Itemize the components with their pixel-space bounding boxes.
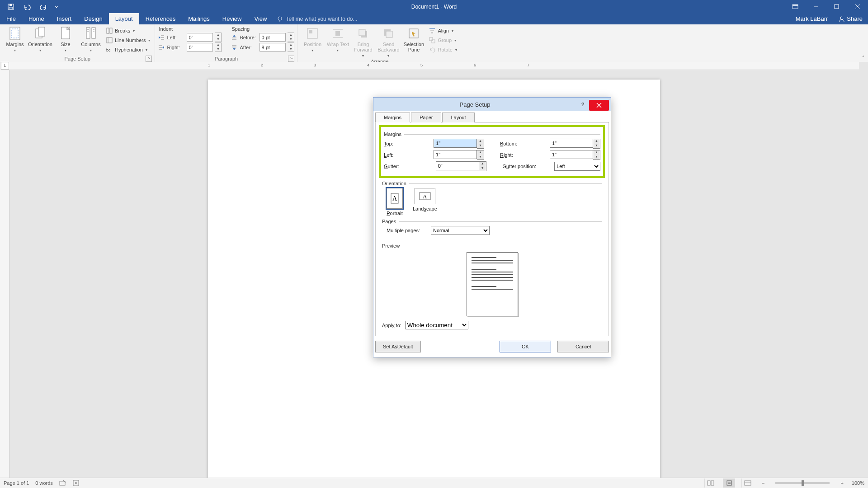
collapse-ribbon-icon[interactable]: ˄: [862, 55, 864, 60]
indent-right-label: Right:: [167, 45, 185, 50]
orientation-button[interactable]: Orientation▾: [28, 25, 52, 53]
zoom-slider[interactable]: [775, 482, 830, 484]
portrait-icon: A: [387, 188, 403, 209]
margins-highlight: Margins Top: ▲▼ Bottom: ▲▼ Left: ▲▼ Righ…: [379, 125, 605, 178]
account-user[interactable]: Mark LaBarr: [790, 13, 834, 24]
web-layout-icon[interactable]: [741, 479, 754, 488]
set-as-default-button[interactable]: Set As Default: [375, 341, 421, 352]
paragraph-launcher[interactable]: ↘: [288, 56, 294, 62]
share-button[interactable]: Share: [833, 13, 868, 24]
margin-bottom-input[interactable]: [550, 139, 593, 148]
tab-design[interactable]: Design: [78, 13, 108, 24]
minimize-icon[interactable]: [806, 0, 826, 13]
indent-right-input[interactable]: [187, 43, 213, 52]
margin-top-input[interactable]: [434, 139, 477, 148]
multiple-pages-label: Multiple pages:: [387, 228, 427, 233]
size-button[interactable]: Size▾: [53, 25, 78, 53]
redo-icon[interactable]: [37, 0, 50, 13]
tab-view[interactable]: View: [248, 13, 273, 24]
vertical-ruler[interactable]: [0, 70, 9, 478]
dialog-tab-paper[interactable]: Paper: [411, 113, 441, 122]
save-icon[interactable]: [5, 0, 17, 13]
maximize-icon[interactable]: [826, 0, 847, 13]
tell-me-search[interactable]: Tell me what you want to do...: [277, 13, 357, 24]
tab-review[interactable]: Review: [216, 13, 248, 24]
spacing-before-input[interactable]: [259, 33, 286, 42]
group-icon: [429, 37, 436, 44]
apply-to-select[interactable]: Whole document: [405, 321, 468, 329]
horizontal-ruler[interactable]: L 1 2 3 4 5 6 7: [9, 62, 859, 70]
tab-selector[interactable]: L: [1, 62, 9, 70]
gutter-position-select[interactable]: Left: [554, 162, 600, 171]
ok-button[interactable]: OK: [500, 341, 551, 352]
landscape-label: Landscape: [413, 206, 437, 211]
macro-icon[interactable]: [73, 480, 79, 486]
read-mode-icon[interactable]: [704, 479, 717, 488]
status-words[interactable]: 0 words: [35, 480, 53, 486]
zoom-level[interactable]: 100%: [852, 480, 864, 486]
cancel-button[interactable]: Cancel: [557, 341, 609, 352]
spacing-after-spinner[interactable]: ▲▼: [288, 42, 294, 52]
svg-rect-53: [432, 40, 435, 43]
svg-rect-41: [335, 31, 340, 36]
preview-page-icon: [467, 252, 518, 316]
indent-left-input[interactable]: [187, 33, 213, 42]
tab-home[interactable]: Home: [22, 13, 51, 24]
margin-left-input[interactable]: [434, 150, 477, 159]
selection-pane-button[interactable]: Selection Pane: [401, 25, 426, 52]
tab-layout[interactable]: Layout: [109, 13, 139, 24]
tab-file[interactable]: File: [0, 13, 22, 24]
close-icon[interactable]: [847, 0, 868, 13]
tab-references[interactable]: References: [139, 13, 182, 24]
qat-customize-icon[interactable]: [53, 0, 60, 13]
columns-button[interactable]: Columns▾: [79, 25, 103, 53]
spacing-after-input[interactable]: [259, 43, 286, 52]
orientation-portrait[interactable]: A Portrait: [387, 188, 403, 216]
zoom-in-icon[interactable]: +: [839, 480, 845, 486]
indent-left-spinner[interactable]: ▲▼: [215, 33, 222, 42]
indent-right-spinner[interactable]: ▲▼: [215, 42, 222, 52]
align-button[interactable]: Align▾: [427, 26, 458, 35]
status-page[interactable]: Page 1 of 1: [4, 480, 29, 486]
ribbon-display-options-icon[interactable]: [785, 0, 806, 13]
quick-access-toolbar: [0, 0, 60, 13]
svg-text:A: A: [392, 195, 397, 202]
multiple-pages-select[interactable]: Normal: [431, 226, 490, 235]
orientation-landscape[interactable]: A Landscape: [413, 188, 437, 216]
spacing-after-label: After:: [240, 45, 258, 50]
spacing-before-spinner[interactable]: ▲▼: [288, 33, 294, 42]
zoom-out-icon[interactable]: −: [760, 480, 766, 486]
dialog-tab-layout[interactable]: Layout: [442, 113, 474, 122]
spacing-after-icon: [231, 44, 238, 51]
page-setup-launcher[interactable]: ↘: [146, 56, 152, 62]
margin-right-spinner[interactable]: ▲▼: [593, 150, 600, 160]
margin-top-spinner[interactable]: ▲▼: [477, 139, 484, 149]
dialog-tab-margins[interactable]: Margins: [375, 113, 410, 122]
undo-icon[interactable]: [21, 0, 33, 13]
group-paragraph: Indent Left: ▲▼ Right: ▲▼ Spacing: [155, 24, 297, 62]
margin-bottom-spinner[interactable]: ▲▼: [593, 139, 600, 149]
line-numbers-button[interactable]: Line Numbers▾: [104, 36, 152, 45]
dialog-titlebar[interactable]: Page Setup ?: [373, 98, 611, 111]
size-icon: [58, 26, 73, 41]
gutter-spinner[interactable]: ▲▼: [479, 161, 486, 171]
gutter-input[interactable]: [436, 161, 479, 170]
group-label-paragraph: Paragraph: [215, 56, 238, 61]
dialog-title: Page Setup: [373, 101, 576, 108]
dialog-help-icon[interactable]: ?: [576, 98, 589, 111]
print-layout-icon[interactable]: [723, 479, 735, 488]
dialog-tabs: Margins Paper Layout: [375, 112, 609, 122]
margins-button[interactable]: Margins▾: [3, 25, 27, 53]
spellcheck-icon[interactable]: [59, 480, 66, 486]
tab-mailings[interactable]: Mailings: [182, 13, 216, 24]
rotate-icon: [429, 46, 436, 53]
tab-insert[interactable]: Insert: [51, 13, 78, 24]
breaks-button[interactable]: Breaks▾: [104, 26, 152, 35]
hyphenation-button[interactable]: bc Hyphenation▾: [104, 45, 152, 54]
share-label: Share: [847, 15, 863, 22]
position-button: Position▾: [300, 25, 325, 53]
dialog-close-icon[interactable]: [589, 100, 609, 111]
svg-rect-2: [9, 7, 13, 9]
margin-left-spinner[interactable]: ▲▼: [477, 150, 484, 160]
margin-right-input[interactable]: [550, 150, 593, 159]
